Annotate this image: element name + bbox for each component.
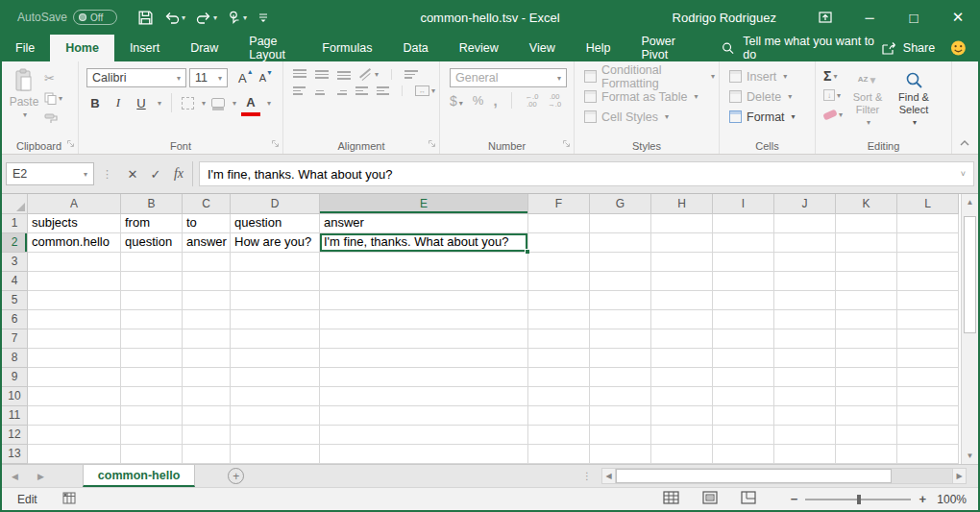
minimize-button[interactable]: ─ <box>847 0 892 35</box>
cell-I1[interactable] <box>713 214 774 233</box>
cell-D12[interactable] <box>231 426 320 445</box>
paste-button[interactable]: Paste ▾ <box>4 66 44 138</box>
cell-B13[interactable] <box>121 445 183 464</box>
cell-H8[interactable] <box>651 349 713 368</box>
cell-I7[interactable] <box>713 329 774 349</box>
increase-decimal-button[interactable]: ←.0.00 <box>526 93 539 109</box>
cell-E13[interactable] <box>320 445 528 464</box>
sheetbar-divider-icon[interactable]: ⋮ <box>582 471 592 481</box>
zoom-in-button[interactable]: + <box>919 492 926 506</box>
sheet-tab-common-hello[interactable]: common-hello <box>83 465 195 487</box>
cell-D2[interactable]: How are you? <box>231 233 320 253</box>
cell-C1[interactable]: to <box>183 214 231 233</box>
cell-L9[interactable] <box>897 368 959 387</box>
scroll-left-button[interactable]: ◀ <box>601 468 616 484</box>
cell-E2[interactable]: I'm fine, thanks. What about you? <box>320 233 528 253</box>
cell-A6[interactable] <box>28 310 121 329</box>
undo-button[interactable]: ▾ <box>160 8 188 27</box>
paste-dropdown-icon[interactable]: ▾ <box>23 110 27 119</box>
cell-K12[interactable] <box>836 426 897 445</box>
cell-F6[interactable] <box>528 310 590 329</box>
row-header-7[interactable]: 7 <box>2 329 28 349</box>
cell-G1[interactable] <box>590 214 651 233</box>
cell-B2[interactable]: question <box>121 233 183 253</box>
horizontal-scrollbar-thumb[interactable] <box>616 469 892 483</box>
cell-H6[interactable] <box>651 310 713 329</box>
confirm-edit-button[interactable]: ✓ <box>144 162 167 185</box>
conditional-formatting-button[interactable]: Conditional Formatting▾ <box>584 66 715 86</box>
cell-G7[interactable] <box>590 329 651 349</box>
cell-L11[interactable] <box>897 406 959 426</box>
column-header-J[interactable]: J <box>774 194 836 214</box>
cell-D9[interactable] <box>231 368 320 387</box>
bottom-align-icon[interactable] <box>337 69 351 80</box>
cell-C9[interactable] <box>183 368 231 387</box>
share-button[interactable]: Share <box>881 35 935 61</box>
cell-L5[interactable] <box>897 291 959 310</box>
cell-K11[interactable] <box>836 406 897 426</box>
customize-qat-button[interactable] <box>254 8 273 27</box>
cell-J9[interactable] <box>774 368 836 387</box>
cell-L12[interactable] <box>897 426 959 445</box>
decrease-font-size-button[interactable]: A▼ <box>259 72 266 84</box>
column-header-C[interactable]: C <box>183 194 231 214</box>
cell-J4[interactable] <box>774 272 836 291</box>
save-button[interactable] <box>135 8 157 28</box>
cell-D8[interactable] <box>231 349 320 368</box>
feedback-smiley-icon[interactable] <box>950 39 967 57</box>
delete-cells-button[interactable]: Delete▾ <box>729 86 811 107</box>
zoom-slider[interactable] <box>805 494 911 505</box>
font-size-select[interactable]: 11▾ <box>189 68 228 87</box>
cell-A9[interactable] <box>28 368 121 387</box>
cell-F9[interactable] <box>528 368 590 387</box>
merge-center-button[interactable]: ↔▾ <box>415 85 435 96</box>
undo-dropdown-icon[interactable]: ▾ <box>182 13 185 22</box>
cell-G2[interactable] <box>590 233 651 253</box>
cell-E11[interactable] <box>320 406 528 426</box>
previous-sheet-button[interactable]: ◀ <box>2 465 28 487</box>
column-header-L[interactable]: L <box>897 194 959 214</box>
cell-E6[interactable] <box>320 310 528 329</box>
cell-K1[interactable] <box>836 214 897 233</box>
cell-C11[interactable] <box>183 406 231 426</box>
column-header-F[interactable]: F <box>528 194 590 214</box>
find-select-button[interactable]: Find & Select▾ <box>891 68 937 138</box>
cell-K10[interactable] <box>836 387 897 406</box>
cell-G6[interactable] <box>590 310 651 329</box>
number-format-select[interactable]: General▾ <box>450 68 567 87</box>
cell-D6[interactable] <box>231 310 320 329</box>
cell-A7[interactable] <box>28 329 121 349</box>
fill-color-dropdown-icon[interactable]: ▾ <box>233 99 236 108</box>
currency-format-button[interactable]: $▾ <box>450 93 463 109</box>
row-header-10[interactable]: 10 <box>2 387 28 406</box>
cell-C12[interactable] <box>183 426 231 445</box>
cell-A11[interactable] <box>28 406 121 426</box>
cell-C8[interactable] <box>183 349 231 368</box>
zoom-out-button[interactable]: − <box>791 492 798 506</box>
cell-C2[interactable]: answer <box>183 233 231 253</box>
tab-insert[interactable]: Insert <box>114 35 175 61</box>
font-color-button[interactable]: A <box>242 93 259 112</box>
tab-review[interactable]: Review <box>444 35 514 61</box>
cell-F11[interactable] <box>528 406 590 426</box>
cell-H4[interactable] <box>651 272 713 291</box>
row-header-3[interactable]: 3 <box>2 253 28 272</box>
cell-L2[interactable] <box>897 233 959 253</box>
cell-L8[interactable] <box>897 349 959 368</box>
cell-F12[interactable] <box>528 426 590 445</box>
account-user-name[interactable]: Rodrigo Rodriguez <box>673 11 776 25</box>
cell-G11[interactable] <box>590 406 651 426</box>
insert-cells-button[interactable]: Insert▾ <box>729 66 811 86</box>
cell-B5[interactable] <box>121 291 183 310</box>
cell-B12[interactable] <box>121 426 183 445</box>
cell-A5[interactable] <box>28 291 121 310</box>
cell-A4[interactable] <box>28 272 121 291</box>
cell-K5[interactable] <box>836 291 897 310</box>
next-sheet-button[interactable]: ▶ <box>28 465 54 487</box>
underline-dropdown-icon[interactable]: ▾ <box>158 99 161 108</box>
cell-A1[interactable]: subjects <box>28 214 121 233</box>
font-color-dropdown-icon[interactable]: ▾ <box>267 99 271 108</box>
zoom-level[interactable]: 100% <box>934 493 967 506</box>
redo-button[interactable]: ▾ <box>192 8 220 27</box>
zoom-slider-thumb[interactable] <box>857 495 861 504</box>
